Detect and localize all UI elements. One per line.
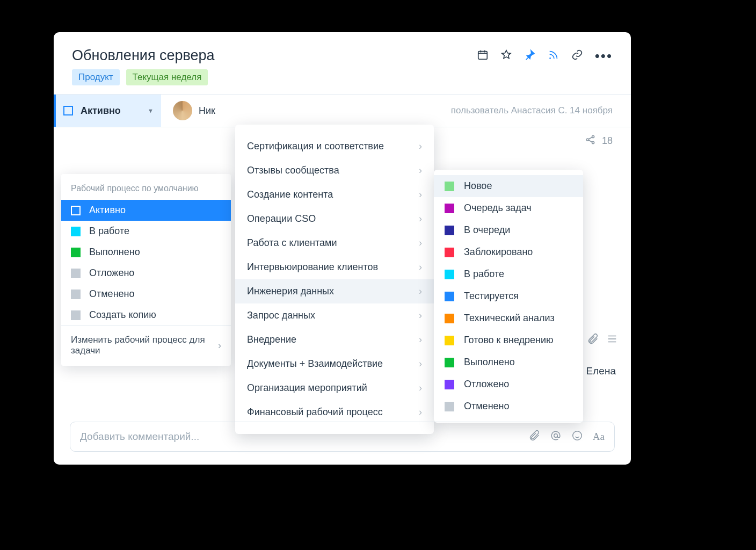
- status-submenu: НовоеОчередь задачВ очередиЗаблокировано…: [434, 170, 583, 423]
- workflow-menu-label: Запрос данных: [247, 310, 315, 321]
- status-submenu-item[interactable]: Готово к внедрению: [434, 329, 583, 351]
- status-option[interactable]: Отменено: [61, 284, 231, 305]
- comment-input[interactable]: [80, 431, 528, 443]
- status-color-icon: [445, 402, 454, 411]
- workflow-menu-item[interactable]: Интервьюирование клиентов›: [235, 255, 434, 279]
- status-submenu-label: Готово к внедрению: [464, 335, 554, 346]
- status-submenu-label: Новое: [464, 180, 492, 192]
- status-dropdown[interactable]: Активно ▼: [54, 95, 161, 127]
- attach-icon[interactable]: [587, 333, 599, 347]
- status-color-icon: [71, 290, 81, 299]
- status-submenu-label: Выполнено: [464, 357, 515, 368]
- status-option[interactable]: Отложено: [61, 263, 231, 284]
- share-count: 18: [602, 135, 613, 147]
- svg-point-1: [549, 57, 551, 59]
- attach-icon[interactable]: [528, 430, 540, 444]
- status-submenu-item[interactable]: Тестируется: [434, 285, 583, 307]
- workflow-menu-label: Документы + Взаимодействие: [247, 358, 383, 370]
- header: Обновления сервера •••: [54, 32, 631, 67]
- workflow-menu-label: Отзывы сообщества: [247, 165, 339, 176]
- star-icon[interactable]: [500, 49, 512, 63]
- status-color-icon: [445, 182, 454, 191]
- status-color-icon: [71, 310, 81, 320]
- workflow-menu-item[interactable]: Инженерия данных›: [235, 279, 434, 303]
- status-submenu-label: Отложено: [464, 379, 509, 390]
- svg-point-5: [554, 433, 557, 437]
- status-option-label: Выполнено: [89, 247, 140, 258]
- tag-week[interactable]: Текущая неделя: [126, 69, 208, 85]
- workflow-menu-label: Финансовый рабочий процесс: [247, 407, 383, 418]
- status-submenu-item[interactable]: Отменено: [434, 395, 583, 417]
- status-option[interactable]: В работе: [61, 221, 231, 242]
- svg-point-4: [592, 141, 594, 143]
- page-title: Обновления сервера: [72, 47, 477, 64]
- status-color-icon: [71, 248, 81, 257]
- mention-icon[interactable]: [550, 430, 562, 444]
- status-submenu-item[interactable]: Очередь задач: [434, 197, 583, 219]
- workflow-menu-label: Внедрение: [247, 334, 296, 345]
- sidepanel-heading: Рабочий процесс по умолчанию: [61, 184, 231, 200]
- format-icon[interactable]: Aa: [593, 431, 605, 443]
- chevron-right-icon: ›: [419, 165, 422, 176]
- chevron-right-icon: ›: [419, 213, 422, 225]
- status-color-icon: [445, 292, 454, 301]
- calendar-icon[interactable]: [477, 49, 489, 63]
- workflow-menu-item[interactable]: Отзывы сообщества›: [235, 158, 434, 183]
- chevron-right-icon: ›: [419, 358, 422, 370]
- emoji-icon[interactable]: [571, 430, 583, 444]
- workflow-menu-item[interactable]: Сертификация и соответствие›: [235, 134, 434, 158]
- status-option[interactable]: Выполнено: [61, 242, 231, 263]
- status-color-icon: [445, 314, 454, 323]
- tag-product[interactable]: Продукт: [72, 69, 120, 85]
- status-color-icon: [445, 270, 454, 279]
- workflow-menu-item[interactable]: Работа с клиентами›: [235, 231, 434, 255]
- status-submenu-item[interactable]: Заблокировано: [434, 241, 583, 263]
- status-option[interactable]: Активно: [61, 200, 231, 221]
- status-submenu-label: Тестируется: [464, 291, 519, 302]
- chevron-right-icon: ›: [419, 334, 422, 345]
- status-submenu-item[interactable]: В очереди: [434, 219, 583, 241]
- workflow-menu-label: Интервьюирование клиентов: [247, 262, 378, 273]
- status-submenu-item[interactable]: Новое: [434, 175, 583, 197]
- status-submenu-label: В очереди: [464, 225, 510, 236]
- svg-rect-0: [478, 51, 487, 59]
- status-submenu-item[interactable]: В работе: [434, 263, 583, 285]
- workflow-menu-item[interactable]: Внедрение›: [235, 328, 434, 352]
- status-color-icon: [445, 226, 454, 235]
- share-icon[interactable]: [585, 134, 597, 148]
- status-row: Активно ▼ Ник пользователь Анастасия С. …: [54, 94, 631, 127]
- workflow-menu-item[interactable]: Операции CSO›: [235, 207, 434, 231]
- workflow-menu-item[interactable]: Документы + Взаимодействие›: [235, 352, 434, 376]
- assignee-cell[interactable]: Ник: [161, 95, 215, 127]
- link-icon[interactable]: [571, 49, 583, 63]
- change-workflow-label: Изменить рабочий процесс для задачи: [71, 335, 209, 356]
- change-workflow-button[interactable]: Изменить рабочий процесс для задачи ›: [61, 325, 231, 366]
- activity-meta: пользователь Анастасия С. 14 ноября: [215, 95, 631, 127]
- status-submenu-item[interactable]: Выполнено: [434, 351, 583, 373]
- chevron-right-icon: ›: [419, 310, 422, 321]
- status-color-icon: [71, 227, 81, 236]
- rss-icon[interactable]: [548, 49, 559, 63]
- workflow-menu-label: Инженерия данных: [247, 286, 334, 297]
- pin-icon[interactable]: [524, 49, 536, 63]
- workflow-menu-label: Организация мероприятий: [247, 382, 367, 394]
- chevron-right-icon: ›: [218, 340, 221, 351]
- list-icon[interactable]: [606, 333, 618, 347]
- workflow-menu-item[interactable]: Создание контента›: [235, 183, 434, 207]
- status-color-icon: [63, 106, 73, 115]
- status-color-icon: [71, 269, 81, 278]
- status-option-label: Создать копию: [89, 309, 156, 321]
- chevron-right-icon: ›: [419, 189, 422, 200]
- workflow-menu-item[interactable]: Запрос данных›: [235, 303, 434, 328]
- workflow-menu-item[interactable]: Организация мероприятий›: [235, 376, 434, 400]
- status-option[interactable]: Создать копию: [61, 305, 231, 325]
- detail-tools: [587, 333, 618, 347]
- status-label: Активно: [81, 105, 140, 117]
- chevron-right-icon: ›: [419, 141, 422, 152]
- status-submenu-item[interactable]: Отложено: [434, 373, 583, 395]
- workflow-menu-item[interactable]: Финансовый рабочий процесс›: [235, 400, 434, 424]
- tag-row: Продукт Текущая неделя: [54, 67, 631, 94]
- status-submenu-label: В работе: [464, 269, 504, 280]
- chevron-right-icon: ›: [419, 407, 422, 418]
- status-submenu-item[interactable]: Технический анализ: [434, 307, 583, 329]
